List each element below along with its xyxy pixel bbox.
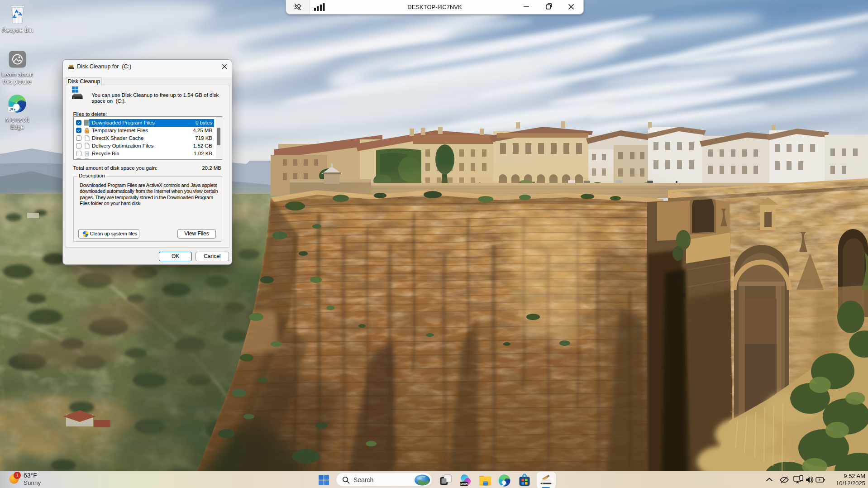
svg-text:1: 1: [16, 473, 19, 478]
svg-text:M365: M365: [460, 483, 467, 486]
